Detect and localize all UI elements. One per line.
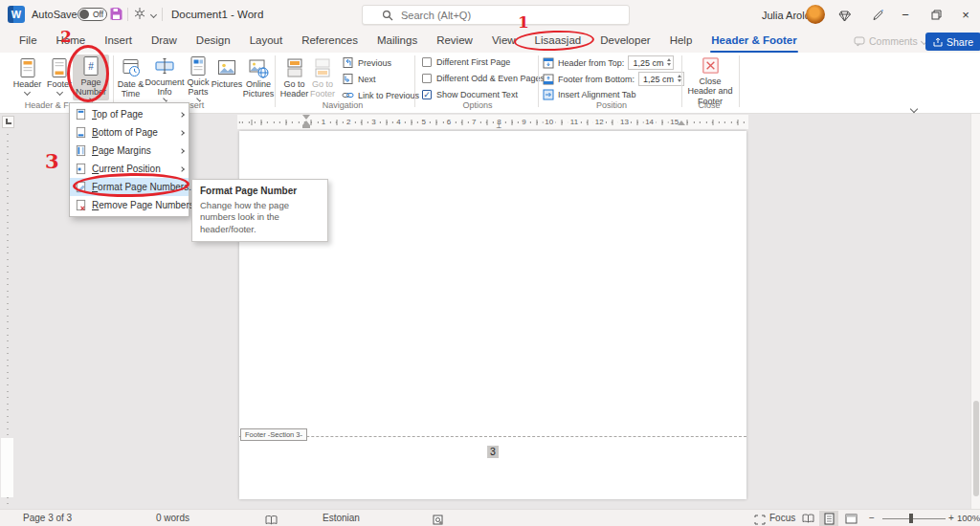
format-page-number-tooltip: Format Page Number Change how the page n… xyxy=(191,179,328,242)
zoom-out-button[interactable]: − xyxy=(869,510,875,526)
web-layout-button[interactable] xyxy=(841,511,860,526)
ribbon-tab-row: File Home Insert Draw Design Layout Refe… xyxy=(0,29,980,53)
tab-help[interactable]: Help xyxy=(660,29,702,53)
tab-insert[interactable]: Insert xyxy=(95,29,142,53)
quick-parts-button[interactable]: Quick Parts xyxy=(183,55,213,100)
group-separator xyxy=(538,55,539,107)
header-button[interactable]: Header xyxy=(10,55,45,100)
titlebar-separator xyxy=(127,8,128,21)
focus-icon[interactable] xyxy=(754,514,766,526)
pictures-button[interactable]: Pictures xyxy=(212,55,241,100)
submenu-arrow-icon xyxy=(179,166,185,172)
go-to-header-button[interactable]: Go to Header xyxy=(279,55,309,100)
header-doc-icon xyxy=(16,55,39,79)
first-line-indent-marker[interactable] xyxy=(302,115,310,120)
search-box[interactable] xyxy=(362,5,630,25)
premium-diamond-icon[interactable] xyxy=(838,9,851,26)
group-label-position: Position xyxy=(596,100,627,110)
focus-label[interactable]: Focus xyxy=(769,510,795,526)
page-number-field[interactable]: 3 xyxy=(487,446,499,458)
document-info-icon xyxy=(153,55,176,77)
annotation-circle-page-number-button xyxy=(67,45,109,102)
page-margins-icon xyxy=(75,144,87,157)
quick-parts-icon xyxy=(187,55,210,77)
different-first-page-checkbox[interactable]: Different First Page xyxy=(422,57,510,67)
go-to-header-icon xyxy=(283,55,306,79)
close-window-button[interactable]: × xyxy=(951,0,980,29)
close-red-x-icon xyxy=(700,55,722,77)
tab-mailings[interactable]: Mailings xyxy=(368,29,427,53)
restore-button[interactable] xyxy=(921,0,951,29)
ruler-number: 3 xyxy=(369,118,377,126)
ruler-number: 14 xyxy=(643,118,656,126)
comments-button[interactable]: Comments xyxy=(854,33,926,50)
collapse-ribbon-chevron-icon[interactable] xyxy=(911,99,924,108)
zoom-slider[interactable] xyxy=(882,518,946,520)
menu-item-top-of-page[interactable]: Top of Page xyxy=(70,105,189,123)
footer-from-bottom-spinbox[interactable]: 1,25 cm xyxy=(638,72,684,86)
avatar[interactable] xyxy=(806,5,825,24)
macro-record-icon[interactable] xyxy=(433,514,443,526)
show-document-text-checkbox[interactable]: ✓ Show Document Text xyxy=(422,90,518,99)
insert-alignment-tab-button[interactable]: Insert Alignment Tab xyxy=(543,89,635,100)
menu-item-bottom-of-page[interactable]: Bottom of Page xyxy=(70,123,189,142)
footer-from-bottom-icon xyxy=(543,74,554,85)
share-button[interactable]: Share xyxy=(925,33,980,51)
zoom-in-button[interactable]: + xyxy=(948,510,954,526)
go-to-footer-button[interactable]: Go to Footer xyxy=(309,55,336,100)
language-indicator[interactable]: Estonian xyxy=(323,510,360,526)
date-time-button[interactable]: Date & Time xyxy=(115,55,146,100)
qat-customize-chevron-icon[interactable] xyxy=(150,11,157,18)
autosave-toggle[interactable]: Off xyxy=(78,8,107,21)
menu-item-page-margins[interactable]: Page Margins xyxy=(70,142,189,160)
minimize-button[interactable]: − xyxy=(890,0,921,29)
submenu-arrow-icon xyxy=(179,112,185,118)
zoom-slider-thumb[interactable] xyxy=(909,514,913,523)
search-input[interactable] xyxy=(401,10,592,21)
proofing-book-icon[interactable] xyxy=(265,514,278,526)
print-layout-button[interactable] xyxy=(819,511,838,526)
tab-references[interactable]: References xyxy=(292,29,368,53)
qat-asterisk-icon[interactable] xyxy=(133,7,146,24)
word-logo-icon[interactable]: W xyxy=(8,6,25,23)
page-indicator[interactable]: Page 3 of 3 xyxy=(23,510,72,526)
vertical-scrollbar[interactable] xyxy=(970,114,980,509)
previous-icon xyxy=(342,56,354,69)
different-odd-even-checkbox[interactable]: Different Odd & Even Pages xyxy=(422,74,545,83)
previous-button[interactable]: Previous xyxy=(342,56,391,69)
tab-layout[interactable]: Layout xyxy=(240,29,293,53)
title-bar: W AutoSave Off Document1 - Word Julia Ar… xyxy=(0,0,980,29)
group-label-close: Close xyxy=(698,100,720,110)
save-icon[interactable] xyxy=(109,7,123,25)
tab-developer[interactable]: Developer xyxy=(590,29,659,53)
next-icon xyxy=(342,73,354,85)
top-of-page-icon xyxy=(75,108,87,121)
close-header-footer-button[interactable]: Close Header and Footer xyxy=(685,55,735,100)
header-from-top-row: Header from Top: 1,25 cm xyxy=(543,55,674,70)
zoom-level[interactable]: 100% xyxy=(957,510,980,526)
right-indent-marker[interactable] xyxy=(678,121,685,125)
online-pictures-button[interactable]: Online Pictures xyxy=(241,55,276,100)
left-indent-marker[interactable] xyxy=(302,125,310,128)
read-mode-button[interactable] xyxy=(798,511,817,526)
ruler-number: 13 xyxy=(618,118,631,126)
document-info-button[interactable]: Document Info xyxy=(146,55,183,100)
menu-item-remove-page-numbers[interactable]: Remove Page Numbers xyxy=(70,196,189,214)
tab-review[interactable]: Review xyxy=(427,29,482,53)
header-from-top-spinbox[interactable]: 1,25 cm xyxy=(628,55,674,70)
tab-draw[interactable]: Draw xyxy=(142,29,187,53)
tab-design[interactable]: Design xyxy=(187,29,240,53)
tab-selector[interactable] xyxy=(2,116,14,128)
center-tab-stop-icon[interactable]: ⊥ xyxy=(496,122,501,130)
tooltip-body: Change how the page numbers look in the … xyxy=(200,200,320,235)
word-count[interactable]: 0 words xyxy=(156,510,189,526)
dropdown-chevron-icon xyxy=(56,89,62,96)
tab-header-footer[interactable]: Header & Footer xyxy=(702,29,806,53)
editing-pen-icon[interactable] xyxy=(872,8,884,25)
remove-page-numbers-icon xyxy=(75,199,87,211)
scrollbar-thumb[interactable] xyxy=(973,401,979,496)
spinner-arrows-icon[interactable] xyxy=(667,58,671,66)
bottom-of-page-icon xyxy=(75,126,87,139)
next-button[interactable]: Next xyxy=(342,73,376,85)
tab-file[interactable]: File xyxy=(10,29,47,53)
